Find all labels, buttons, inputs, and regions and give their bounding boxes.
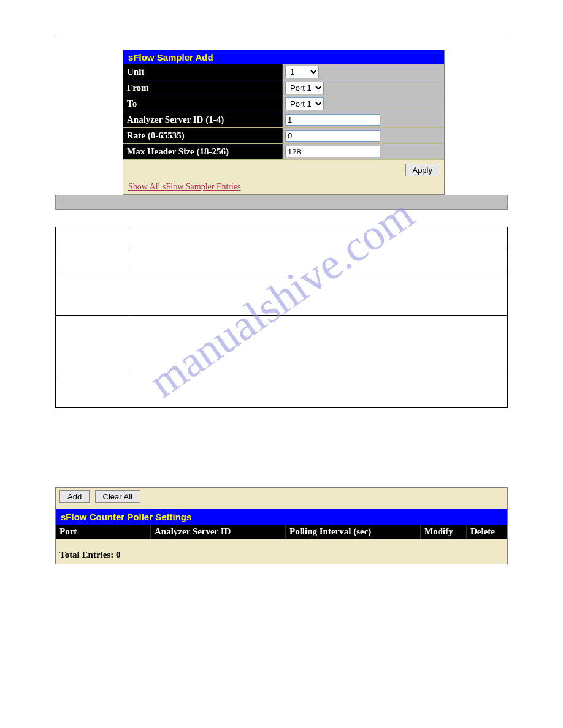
show-all-entries-link[interactable]: Show All sFlow Sampler Entries xyxy=(128,182,439,192)
unit-select[interactable]: 1 xyxy=(285,66,319,78)
to-select[interactable]: Port 1 xyxy=(285,97,324,110)
poller-columns: Port Analyzer Server ID Polling Interval… xyxy=(56,525,507,539)
row-rate: Rate (0-65535) xyxy=(123,128,444,144)
sampler-header: sFlow Sampler Add xyxy=(123,50,444,64)
row-maxheader: Max Header Size (18-256) xyxy=(123,144,444,160)
maxheader-label: Max Header Size (18-256) xyxy=(123,144,283,159)
table-row xyxy=(56,373,508,408)
col-analyzer: Analyzer Server ID xyxy=(151,525,286,539)
table-row xyxy=(56,271,508,316)
apply-button[interactable]: Apply xyxy=(405,164,439,176)
col-delete: Delete xyxy=(467,525,507,539)
table-row xyxy=(56,316,508,373)
rate-input[interactable] xyxy=(285,130,380,142)
top-rule xyxy=(55,37,508,37)
table-row xyxy=(56,227,508,249)
row-analyzer: Analyzer Server ID (1-4) xyxy=(123,112,444,128)
from-label: From xyxy=(123,80,283,96)
analyzer-input[interactable] xyxy=(285,114,380,126)
analyzer-label: Analyzer Server ID (1-4) xyxy=(123,112,283,127)
poller-header: sFlow Counter Poller Settings xyxy=(56,509,507,525)
maxheader-input[interactable] xyxy=(285,146,380,157)
rate-label: Rate (0-65535) xyxy=(123,128,283,143)
col-modify: Modify xyxy=(421,525,467,539)
row-unit: Unit 1 xyxy=(123,64,444,80)
desc-table-headerbar xyxy=(55,195,508,210)
row-to: To Port 1 xyxy=(123,96,444,112)
sflow-counter-poller-panel: Add Clear All sFlow Counter Poller Setti… xyxy=(55,487,508,564)
total-entries: Total Entries: 0 xyxy=(59,550,504,560)
row-from: From Port 1 xyxy=(123,80,444,96)
col-port: Port xyxy=(56,525,151,539)
unit-label: Unit xyxy=(123,64,283,80)
table-row xyxy=(56,249,508,271)
description-table xyxy=(55,227,508,408)
from-select[interactable]: Port 1 xyxy=(285,82,324,94)
sflow-sampler-add-panel: sFlow Sampler Add Unit 1 From Port 1 To … xyxy=(123,50,445,195)
col-interval: Polling Interval (sec) xyxy=(286,525,421,539)
clear-all-button[interactable]: Clear All xyxy=(95,490,140,503)
to-label: To xyxy=(123,96,283,112)
add-button[interactable]: Add xyxy=(59,490,90,503)
